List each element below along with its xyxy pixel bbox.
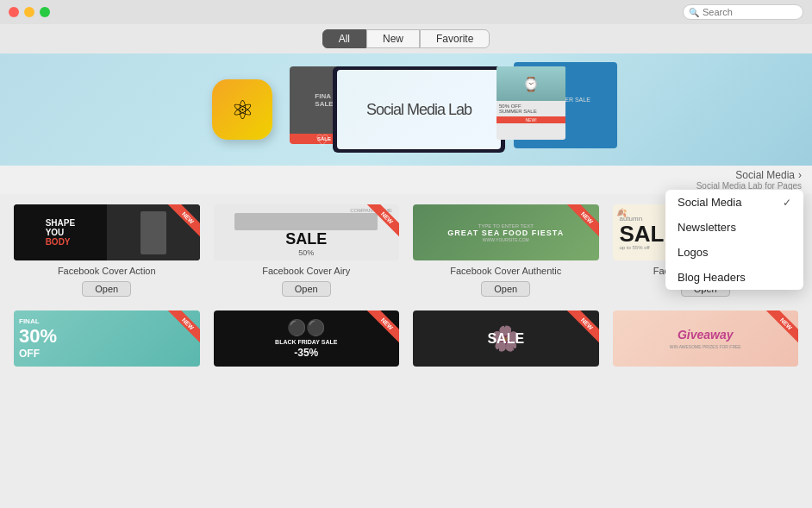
minimize-button[interactable] [24,7,34,17]
template-thumb-giveaway: NEW Giveaway WIN AWESOME PRIZES FOR FREE [613,310,799,367]
open-button-action[interactable]: Open [82,281,131,297]
template-thumb-final: NEW FINAL 30% OFF [14,310,200,367]
hero-laptop-screen: Social Media Lab [337,70,501,149]
category-main[interactable]: Social Media › [735,169,802,181]
open-button-airy[interactable]: Open [282,281,331,297]
template-grid-row2: NEW FINAL 30% OFF NEW ⚫⚫ BLACK FRIDAY SA… [0,307,812,377]
template-card-final: NEW FINAL 30% OFF [14,310,200,367]
template-card-authentic: NEW TYPE TO ENTER TEXT GREAT SEA FOOD FI… [413,204,599,297]
template-name-airy: Facebook Cover Airy [262,266,350,276]
dropdown-item-newsletters[interactable]: Newsletters [665,215,803,240]
hero-heart-icon: ♡ [315,131,329,150]
check-icon: ✓ [783,197,791,209]
search-input[interactable] [703,7,797,17]
traffic-lights [9,7,50,17]
tab-favorite[interactable]: Favorite [420,29,490,48]
template-name-action: Facebook Cover Action [58,266,156,276]
maximize-button[interactable] [40,7,50,17]
title-bar: 🔍 [0,0,812,24]
hero-laptop: Social Media Lab [333,66,505,153]
template-card-airy: NEW COMPANY NAME SALE 50% Facebook Cover… [214,204,400,297]
hero-extra-card: ⌚ 50% OFFSUMMER SALE NEW! [497,66,565,140]
hero-device: FINASALE SALE Social Media Lab GrandSale… [290,62,600,157]
template-card-sale2: NEW 🌸 SALE [413,310,599,367]
template-name-authentic: Facebook Cover Authentic [450,266,561,276]
search-bar[interactable]: 🔍 [683,4,803,20]
app-logo: ⚛ [212,79,272,140]
template-thumb-airy: NEW COMPANY NAME SALE 50% [214,204,400,260]
dropdown-item-social-media[interactable]: Social Media ✓ [665,190,803,215]
dropdown-item-logos[interactable]: Logos [665,240,803,265]
template-card-giveaway: NEW Giveaway WIN AWESOME PRIZES FOR FREE [613,310,799,367]
category-dropdown[interactable]: Social Media ✓ Newsletters Logos Blog He… [665,190,803,290]
tab-new[interactable]: New [366,29,420,48]
hero-banner: ⚛ FINASALE SALE Social Media Lab GrandSa… [0,53,812,166]
search-icon: 🔍 [689,8,699,17]
dropdown-item-blog-headers[interactable]: Blog Headers [665,265,803,290]
template-card-blackfriday: NEW ⚫⚫ BLACK FRIDAY SALE -35% [214,310,400,367]
template-thumb-blackfriday: NEW ⚫⚫ BLACK FRIDAY SALE -35% [214,310,400,367]
tab-bar: All New Favorite [0,24,812,53]
category-bar: Social Media › Social Media Lab for Page… [0,166,812,194]
category-selector: Social Media › Social Media Lab for Page… [696,169,802,191]
template-thumb-action: NEW SHAPEYOUBODY [14,204,200,260]
tab-all[interactable]: All [322,29,366,48]
logo-icon: ⚛ [231,95,254,125]
template-thumb-authentic: NEW TYPE TO ENTER TEXT GREAT SEA FOOD FI… [413,204,599,260]
open-button-authentic[interactable]: Open [481,281,530,297]
close-button[interactable] [9,7,19,17]
seafood-text: TYPE TO ENTER TEXT GREAT SEA FOOD FIESTA… [447,223,564,242]
template-thumb-sale2: NEW 🌸 SALE [413,310,599,367]
chevron-icon: › [798,169,802,181]
template-card-action: NEW SHAPEYOUBODY Facebook Cover Action O… [14,204,200,297]
